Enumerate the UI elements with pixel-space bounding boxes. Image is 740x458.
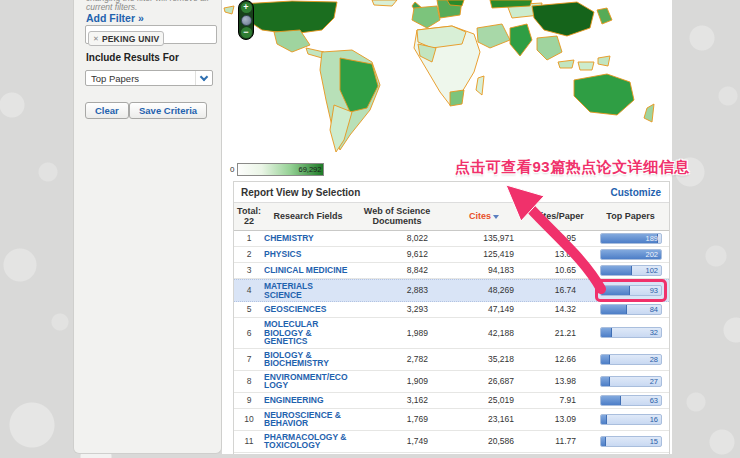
- cites-value: 35,218: [442, 355, 526, 364]
- row-rank: 4: [234, 286, 264, 295]
- top-papers-bar-track[interactable]: 202: [600, 249, 662, 260]
- row-rank: 7: [234, 355, 264, 364]
- documents-value: 1,769: [352, 415, 442, 424]
- main-content: + − 0 69,292 Report View by Selection Cu…: [222, 0, 672, 454]
- report-view-panel: Report View by Selection Customize Total…: [233, 181, 670, 454]
- close-icon[interactable]: ✕: [93, 35, 99, 42]
- top-papers-bar-track[interactable]: 28: [600, 354, 662, 365]
- research-field-link[interactable]: PHYSICS: [264, 250, 352, 259]
- table-row: 1CHEMISTRY8,022135,97116.95189: [234, 231, 669, 247]
- top-papers-bar-fill: [601, 377, 610, 386]
- top-papers-bar[interactable]: 63: [600, 395, 662, 406]
- col-header-cites-sort[interactable]: Cites: [442, 212, 526, 222]
- table-row: 8ENVIRONMENT/ECOLOGY1,90926,68713.9827: [234, 371, 669, 393]
- top-papers-bar-fill: [601, 437, 606, 446]
- research-field-link[interactable]: ENVIRONMENT/ECOLOGY: [264, 373, 352, 390]
- top-papers-bar[interactable]: 93: [600, 285, 662, 296]
- top-papers-bar-fill: [601, 305, 627, 314]
- row-rank: 1: [234, 234, 264, 243]
- top-papers-bar[interactable]: 189: [600, 233, 662, 244]
- cites-value: 23,161: [442, 415, 526, 424]
- top-papers-bar[interactable]: 15: [600, 436, 662, 447]
- top-papers-bar-track[interactable]: 189: [600, 233, 662, 244]
- legend-min-value: 0: [230, 165, 234, 174]
- cites-value: 20,586: [442, 437, 526, 446]
- top-papers-value: 63: [650, 397, 658, 406]
- world-choropleth-map[interactable]: [222, 0, 672, 160]
- top-papers-bar-track[interactable]: 27: [600, 376, 662, 387]
- chevron-down-icon[interactable]: [195, 71, 212, 85]
- top-papers-bar-track[interactable]: 102: [600, 265, 662, 276]
- table-row: 9ENGINEERING3,16225,0197.9163: [234, 393, 669, 409]
- top-papers-bar[interactable]: 16: [600, 414, 662, 425]
- cites-value: 25,019: [442, 396, 526, 405]
- top-papers-bar[interactable]: 32: [600, 327, 662, 338]
- top-papers-bar-track[interactable]: 63: [600, 395, 662, 406]
- cites-value: 135,971: [442, 234, 526, 243]
- map-zoom-control[interactable]: + −: [238, 0, 254, 40]
- top-papers-bar[interactable]: 28: [600, 354, 662, 365]
- cites-value: 125,419: [442, 250, 526, 259]
- research-field-link[interactable]: MATERIALS SCIENCE: [264, 282, 352, 299]
- cites-value: 48,269: [442, 286, 526, 295]
- row-rank: 5: [234, 305, 264, 314]
- annotation-text: 点击可查看93篇热点论文详细信息: [455, 158, 690, 177]
- top-papers-bar[interactable]: 27: [600, 376, 662, 387]
- filter-tag-peking-univ[interactable]: ✕ PEKING UNIV: [88, 31, 164, 46]
- cites-value: 94,183: [442, 266, 526, 275]
- research-field-link[interactable]: NEUROSCIENCE & BEHAVIOR: [264, 411, 352, 428]
- col-header-cites-paper: Cites/Paper: [526, 212, 592, 222]
- cites-value: 26,687: [442, 377, 526, 386]
- cites-per-paper-value: 12.66: [526, 355, 592, 364]
- table-row: 3CLINICAL MEDICINE8,84294,18310.65102: [234, 263, 669, 279]
- top-papers-bar-track[interactable]: 84: [600, 304, 662, 315]
- zoom-out-button[interactable]: −: [241, 27, 252, 38]
- research-field-link[interactable]: MOLECULAR BIOLOGY & GENETICS: [264, 320, 352, 346]
- filter-sidebar: changing the filter will remove all curr…: [73, 0, 222, 454]
- research-field-link[interactable]: CLINICAL MEDICINE: [264, 266, 352, 275]
- save-criteria-button[interactable]: Save Criteria: [129, 102, 207, 119]
- globe-knob-icon[interactable]: [241, 15, 252, 26]
- documents-value: 2,883: [352, 286, 442, 295]
- top-papers-bar[interactable]: 102: [600, 265, 662, 276]
- cites-value: 47,149: [442, 305, 526, 314]
- sort-desc-icon: [493, 215, 499, 219]
- research-field-link[interactable]: CHEMISTRY: [264, 234, 352, 243]
- top-papers-bar-track[interactable]: 32: [600, 327, 662, 338]
- top-papers-bar-fill: [601, 286, 630, 295]
- top-papers-value: 93: [650, 287, 658, 296]
- world-map-area[interactable]: + − 0 69,292: [222, 0, 672, 180]
- research-field-link[interactable]: GEOSCIENCES: [264, 305, 352, 314]
- documents-value: 8,022: [352, 234, 442, 243]
- col-header-top-papers: Top Papers: [592, 212, 669, 222]
- documents-value: 1,909: [352, 377, 442, 386]
- cites-per-paper-value: 16.74: [526, 286, 592, 295]
- top-papers-bar-track[interactable]: 93: [600, 285, 662, 296]
- add-filter-link[interactable]: Add Filter »: [86, 12, 144, 24]
- clear-button[interactable]: Clear: [85, 102, 129, 119]
- top-papers-bar-fill: [601, 266, 632, 275]
- table-row: 6MOLECULAR BIOLOGY & GENETICS1,98942,188…: [234, 318, 669, 349]
- research-field-link[interactable]: ENGINEERING: [264, 396, 352, 405]
- active-filters-box: ✕ PEKING UNIV: [85, 25, 217, 44]
- research-field-link[interactable]: BIOLOGY & BIOCHEMISTRY: [264, 351, 352, 368]
- cites-per-paper-value: 14.32: [526, 305, 592, 314]
- top-papers-value: 28: [650, 356, 658, 365]
- top-papers-bar-track[interactable]: 16: [600, 414, 662, 425]
- top-papers-value: 16: [650, 416, 658, 425]
- row-rank: 9: [234, 396, 264, 405]
- documents-value: 2,782: [352, 355, 442, 364]
- row-rank: 2: [234, 250, 264, 259]
- customize-link[interactable]: Customize: [610, 187, 669, 198]
- top-papers-bar[interactable]: 84: [600, 304, 662, 315]
- top-papers-bar[interactable]: 202: [600, 249, 662, 260]
- top-papers-bar-track[interactable]: 15: [600, 436, 662, 447]
- zoom-in-button[interactable]: +: [241, 2, 252, 13]
- table-row: 2PHYSICS9,612125,41913.05202: [234, 247, 669, 263]
- report-title-bar: Report View by Selection Customize: [234, 182, 669, 203]
- results-type-dropdown[interactable]: Top Papers: [85, 70, 213, 86]
- legend-max-value: 69,292: [299, 165, 324, 174]
- top-papers-value: 202: [645, 251, 658, 260]
- table-header-row: Total:22 Research Fields Web of Science …: [234, 203, 669, 231]
- research-field-link[interactable]: PHARMACOLOGY & TOXICOLOGY: [264, 433, 352, 450]
